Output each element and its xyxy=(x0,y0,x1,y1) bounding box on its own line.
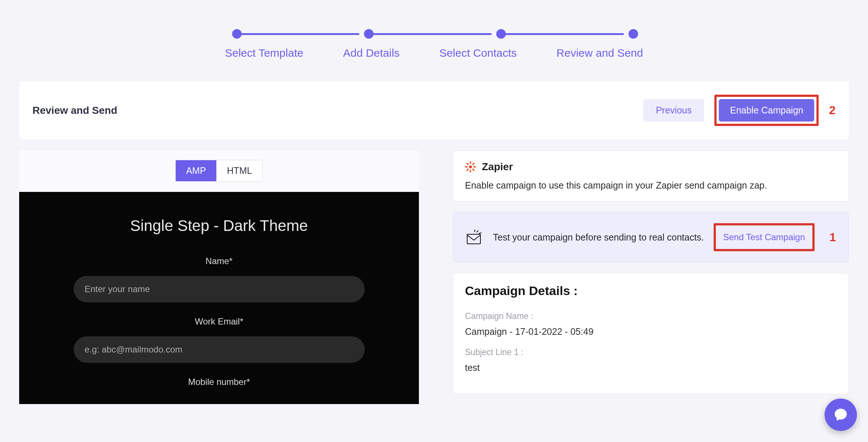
test-description: Test your campaign before sending to rea… xyxy=(493,232,704,243)
step-label[interactable]: Select Template xyxy=(225,47,304,59)
svg-rect-5 xyxy=(472,162,475,165)
email-label: Work Email* xyxy=(71,316,367,327)
zapier-title: Zapier xyxy=(482,161,513,173)
name-input[interactable] xyxy=(74,276,365,302)
campaign-name-label: Campaign Name : xyxy=(465,311,837,321)
zapier-icon xyxy=(465,161,476,172)
details-heading: Campaign Details : xyxy=(465,284,837,298)
svg-rect-1 xyxy=(470,161,471,164)
chat-icon xyxy=(833,407,849,423)
svg-rect-3 xyxy=(465,166,468,168)
step-dot[interactable] xyxy=(364,29,374,39)
campaign-details-card: Campaign Details : Campaign Name : Campa… xyxy=(453,273,849,394)
svg-rect-9 xyxy=(467,234,480,244)
subject-line-value: test xyxy=(465,362,837,373)
annotation-box-2: Enable Campaign xyxy=(714,95,819,126)
send-test-campaign-link[interactable]: Send Test Campaign xyxy=(723,232,805,242)
progress-stepper: Select Template Add Details Select Conta… xyxy=(225,28,643,59)
annotation-number-1: 1 xyxy=(829,231,836,244)
annotation-box-1: Send Test Campaign xyxy=(714,223,815,251)
step-dot[interactable] xyxy=(496,29,506,39)
zapier-description: Enable campaign to use this campaign in … xyxy=(465,180,837,191)
svg-rect-8 xyxy=(472,168,475,171)
annotation-number-2: 2 xyxy=(829,104,836,117)
review-header: Review and Send Previous Enable Campaign… xyxy=(19,81,849,139)
test-campaign-card: Test your campaign before sending to rea… xyxy=(453,212,849,263)
zapier-card: Zapier Enable campaign to use this campa… xyxy=(453,150,849,201)
svg-rect-7 xyxy=(466,162,469,165)
campaign-name-value: Campaign - 17-01-2022 - 05:49 xyxy=(465,326,837,337)
email-input[interactable] xyxy=(74,336,365,363)
enable-campaign-button[interactable]: Enable Campaign xyxy=(719,99,814,122)
subject-line-label: Subject Line 1 : xyxy=(465,347,837,357)
svg-rect-2 xyxy=(470,170,471,173)
step-dot[interactable] xyxy=(629,29,638,39)
preview-mode-toggle: AMP HTML xyxy=(175,160,263,182)
previous-button[interactable]: Previous xyxy=(643,99,704,122)
chat-widget-button[interactable] xyxy=(825,399,857,431)
step-dot[interactable] xyxy=(232,29,242,39)
svg-rect-4 xyxy=(473,166,476,168)
name-label: Name* xyxy=(71,256,367,266)
email-preview-panel: AMP HTML Single Step - Dark Theme Name* … xyxy=(19,150,419,404)
step-label[interactable]: Add Details xyxy=(343,47,399,59)
step-label[interactable]: Select Contacts xyxy=(439,47,517,59)
svg-rect-6 xyxy=(466,168,469,171)
svg-point-0 xyxy=(469,165,472,168)
step-label[interactable]: Review and Send xyxy=(556,47,643,59)
tab-html[interactable]: HTML xyxy=(216,160,263,182)
form-preview: Single Step - Dark Theme Name* Work Emai… xyxy=(19,192,419,404)
page-title: Review and Send xyxy=(32,105,117,116)
form-title: Single Step - Dark Theme xyxy=(71,217,367,235)
tab-amp[interactable]: AMP xyxy=(175,160,216,182)
mobile-label: Mobile number* xyxy=(71,377,367,387)
envelope-icon xyxy=(466,228,483,246)
